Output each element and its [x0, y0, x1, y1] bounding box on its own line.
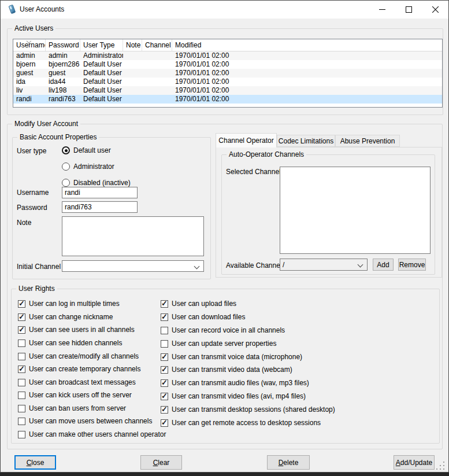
checkbox-icon[interactable]: [18, 392, 25, 399]
checkbox-icon[interactable]: [18, 405, 25, 412]
table-header: Username Password User Type Note Channel…: [13, 39, 442, 51]
basic-group-label: Basic Account Properties: [17, 133, 99, 142]
checkbox-create-temporary-channels[interactable]: User can create temporary channels: [18, 365, 140, 373]
close-button[interactable]: Close: [14, 455, 56, 470]
tab-codec-limitations[interactable]: Codec Limitations: [277, 135, 335, 147]
checkbox-icon[interactable]: [161, 419, 168, 427]
checkbox-icon[interactable]: [161, 393, 168, 400]
minimize-icon: [379, 9, 385, 10]
checkbox-see-users[interactable]: User can see users in all channels: [18, 326, 135, 334]
password-input[interactable]: randi763: [62, 201, 138, 213]
minimize-button[interactable]: [369, 1, 395, 19]
checkbox-transmit-voice[interactable]: User can transmit voice data (microphone…: [161, 353, 302, 361]
checkbox-record-voice[interactable]: User can record voice in all channels: [161, 326, 285, 334]
radio-icon[interactable]: [62, 146, 70, 154]
checkbox-transmit-desktop[interactable]: User can transmit desktop sessions (shar…: [161, 405, 335, 414]
initial-channel-label: Initial Channel: [17, 263, 61, 271]
checkbox-broadcast-text[interactable]: User can broadcast text messages: [18, 378, 136, 386]
checkbox-icon[interactable]: [161, 340, 168, 348]
user-accounts-dialog: User Accounts Active Users Username Pass…: [0, 0, 449, 473]
clear-button[interactable]: Clear: [140, 455, 182, 470]
checkbox-ban-users[interactable]: User can ban users from server: [18, 404, 126, 412]
user-rights-group-label: User Rights: [16, 285, 57, 293]
auto-operator-group-label: Auto-Operator Channels: [227, 150, 306, 159]
resize-grip[interactable]: [436, 462, 437, 463]
tab-channel-operator[interactable]: Channel Operator: [216, 133, 277, 147]
radio-icon[interactable]: [62, 179, 70, 187]
username-label: Username: [17, 189, 49, 197]
radio-default-user[interactable]: Default user: [62, 146, 111, 154]
radio-administrator[interactable]: Administrator: [62, 163, 114, 171]
checkbox-update-server[interactable]: User can update server properties: [161, 340, 276, 348]
checkbox-icon[interactable]: [18, 340, 25, 347]
column-header-modified[interactable]: Modified: [172, 39, 442, 51]
table-row[interactable]: bjoern bjoern286 Default User 1970/01/01…: [13, 60, 442, 69]
app-icon: [8, 4, 17, 15]
close-window-button[interactable]: [422, 1, 448, 19]
checkbox-icon[interactable]: [18, 313, 25, 321]
close-icon: [432, 6, 439, 13]
checkbox-download-files[interactable]: User can download files: [161, 313, 245, 321]
checkbox-icon[interactable]: [18, 418, 25, 425]
checkbox-icon[interactable]: [161, 366, 168, 374]
column-header-usertype[interactable]: User Type: [80, 39, 123, 51]
selected-channels-list[interactable]: [280, 167, 431, 254]
active-users-group-label: Active Users: [12, 24, 55, 33]
selected-channels-label: Selected Channels: [226, 168, 284, 176]
checkbox-icon[interactable]: [18, 353, 25, 360]
add-button[interactable]: Add: [373, 259, 394, 271]
tab-abuse-prevention[interactable]: Abuse Prevention: [335, 135, 400, 147]
checkbox-upload-files[interactable]: User can upload files: [161, 300, 236, 308]
checkbox-icon[interactable]: [18, 300, 25, 308]
radio-icon[interactable]: [62, 163, 70, 171]
maximize-icon: [406, 6, 412, 13]
chevron-down-icon: [194, 264, 200, 270]
checkbox-transmit-video-files[interactable]: User can transmit video files (avi, mp4 …: [161, 392, 306, 400]
user-type-label: User type: [17, 147, 46, 155]
table-row[interactable]: admin admin Administrator 1970/01/01 02:…: [13, 51, 442, 60]
active-users-table[interactable]: Username Password User Type Note Channel…: [13, 39, 443, 108]
table-row[interactable]: guest guest Default User 1970/01/01 02:0…: [13, 69, 442, 78]
checkbox-see-hidden-channels[interactable]: User can see hidden channels: [18, 339, 122, 347]
titlebar[interactable]: User Accounts: [1, 1, 448, 19]
add-update-button[interactable]: Add/Update: [394, 455, 435, 470]
table-row[interactable]: ida ida44 Default User 1970/01/01 02:00: [13, 78, 442, 86]
table-row-selected[interactable]: randi randi763 Default User 1970/01/01 0…: [13, 95, 442, 104]
username-input[interactable]: randi: [62, 187, 138, 198]
checkbox-icon[interactable]: [18, 379, 25, 386]
checkbox-icon[interactable]: [18, 326, 25, 334]
checkbox-icon[interactable]: [161, 379, 168, 387]
checkbox-move-users[interactable]: User can move users between channels: [18, 417, 152, 425]
column-header-password[interactable]: Password: [46, 39, 80, 51]
initial-channel-combobox[interactable]: [62, 260, 204, 272]
column-header-note[interactable]: Note: [123, 39, 142, 51]
checkbox-icon[interactable]: [161, 327, 168, 334]
checkbox-kick-users[interactable]: User can kick users off the server: [18, 391, 132, 399]
checkbox-create-modify-channels[interactable]: User can create/modify all channels: [18, 352, 139, 360]
checkbox-login-multiple[interactable]: User can log in multiple times: [18, 300, 120, 308]
column-header-channel[interactable]: Channel: [142, 39, 172, 51]
checkbox-icon[interactable]: [18, 366, 25, 373]
note-textarea[interactable]: [62, 216, 204, 256]
checkbox-icon[interactable]: [161, 353, 168, 361]
table-row[interactable]: liv liv198 Default User 1970/01/01 02:00: [13, 86, 442, 95]
checkbox-transmit-audio-files[interactable]: User can transmit audio files (wav, mp3 …: [161, 379, 309, 387]
available-channels-combobox[interactable]: /: [280, 259, 368, 271]
password-label: Password: [17, 204, 47, 212]
remove-button[interactable]: Remove: [398, 259, 426, 271]
checkbox-remote-access[interactable]: User can get remote access to desktop se…: [161, 419, 321, 427]
modify-group-label: Modify User Account: [12, 120, 80, 128]
window-title: User Accounts: [20, 5, 64, 13]
delete-button[interactable]: Delete: [267, 455, 310, 470]
chevron-down-icon: [358, 262, 363, 268]
checkbox-icon[interactable]: [161, 406, 168, 414]
checkbox-icon[interactable]: [18, 431, 25, 438]
column-header-username[interactable]: Username: [13, 39, 46, 51]
radio-disabled[interactable]: Disabled (inactive): [62, 179, 131, 187]
checkbox-change-nickname[interactable]: User can change nickname: [18, 313, 113, 321]
checkbox-icon[interactable]: [161, 300, 168, 308]
maximize-button[interactable]: [395, 1, 422, 19]
checkbox-transmit-video[interactable]: User can transmit video data (webcam): [161, 366, 292, 374]
checkbox-make-operator[interactable]: User can make other users channel operat…: [18, 430, 166, 438]
checkbox-icon[interactable]: [161, 313, 168, 321]
